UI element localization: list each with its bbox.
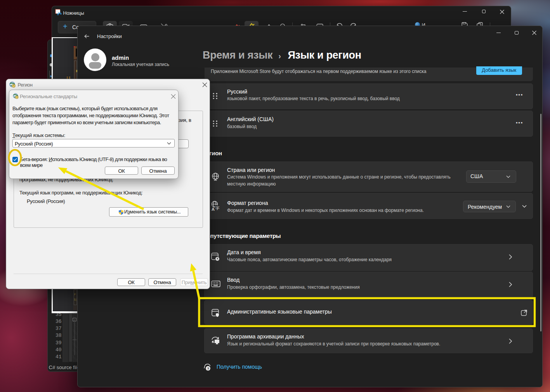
svg-text:?: ? xyxy=(207,366,209,370)
svg-text:字: 字 xyxy=(215,206,220,210)
svg-text:A: A xyxy=(212,207,215,212)
